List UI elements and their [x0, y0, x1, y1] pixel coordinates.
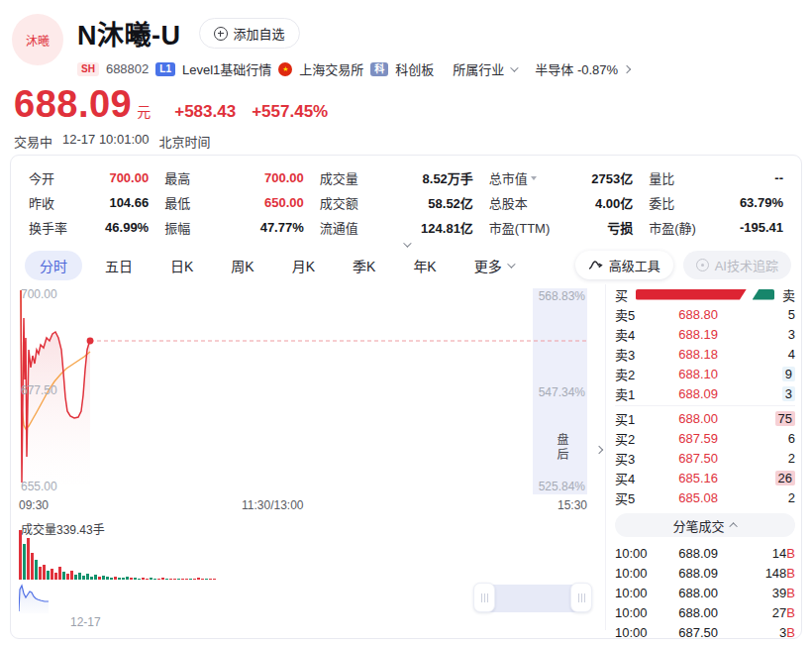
- trade-row: 10:00688.09148B: [615, 563, 795, 583]
- order-price: 687.50: [649, 451, 750, 466]
- order-row[interactable]: 卖5688.805: [615, 304, 795, 324]
- volume-bar: [114, 577, 117, 580]
- sell-ratio-bar: [753, 289, 774, 300]
- stat-cell: 市盈(静)-195.41: [649, 218, 783, 237]
- volume-bar: [150, 578, 152, 580]
- x-axis-label: 11:30/13:00: [242, 498, 304, 512]
- order-level-label: 卖4: [615, 325, 649, 344]
- order-row[interactable]: 买4685.1626: [615, 468, 795, 487]
- industry-link[interactable]: 半导体 -0.87%: [535, 59, 630, 78]
- order-row[interactable]: 卖2688.109: [615, 364, 795, 383]
- stat-cell: 量比--: [649, 168, 783, 187]
- stat-cell: 最低650.00: [164, 193, 304, 212]
- stat-value: 47.77%: [260, 220, 304, 235]
- order-row[interactable]: 买5685.082: [615, 487, 795, 507]
- industry-value: 半导体 -0.87%: [535, 59, 618, 78]
- pct-axis-label: 547.34%: [539, 385, 585, 399]
- order-row[interactable]: 买1688.0075: [615, 408, 795, 428]
- trade-time: 10:00: [615, 605, 664, 620]
- stock-detail-page: 沐曦 N沐曦-U 添加自选 SH 688802 L1 Level1基础行情 ★ …: [0, 0, 812, 646]
- order-book-panel: 买 卖 卖5688.805卖4688.193卖3688.184卖2688.109…: [615, 284, 795, 642]
- trade-volume: 148B: [748, 566, 795, 581]
- trade-side: B: [786, 566, 795, 581]
- order-price: 688.80: [649, 307, 750, 322]
- stat-label: 市盈(TTM): [489, 218, 550, 237]
- buy-sell-bar: [636, 289, 774, 300]
- stat-cell: 今开700.00: [29, 168, 149, 187]
- tab-五日[interactable]: 五日: [90, 251, 148, 280]
- buy-sell-ratio: 买 卖: [615, 284, 795, 304]
- navigator-right-handle[interactable]: [570, 583, 592, 612]
- stat-cell: 最高700.00: [164, 168, 304, 187]
- volume-bar: [189, 579, 192, 580]
- stat-value: --: [774, 170, 783, 185]
- stat-value: 4.00亿: [595, 193, 633, 212]
- stat-cell: 委比63.79%: [649, 193, 783, 212]
- order-level-label: 卖3: [615, 345, 649, 364]
- trade-volume-value: 27: [772, 605, 786, 620]
- stat-label: 委比: [649, 193, 674, 212]
- volume-bar: [78, 573, 81, 580]
- dropdown-triangle-icon[interactable]: [531, 176, 537, 180]
- order-price: 685.16: [649, 471, 750, 485]
- chevron-right-icon[interactable]: [595, 446, 603, 454]
- tab-分时[interactable]: 分时: [25, 251, 82, 280]
- navigator-left-handle[interactable]: [473, 583, 495, 612]
- price-change: +583.43: [174, 102, 236, 122]
- volume-bar: [19, 530, 22, 580]
- panel-divider: [605, 284, 606, 630]
- stat-label: 总股本: [489, 193, 528, 212]
- ai-tracking-button[interactable]: AI技术追踪: [683, 251, 791, 279]
- add-watchlist-button[interactable]: 添加自选: [199, 18, 300, 49]
- order-row[interactable]: 卖3688.184: [615, 344, 795, 364]
- y-axis-label: 655.00: [21, 480, 57, 493]
- ai-tracking-label: AI技术追踪: [715, 256, 778, 274]
- tick-trades-toggle[interactable]: 分笔成交: [615, 513, 795, 537]
- order-level-label: 买4: [615, 469, 649, 487]
- order-price: 688.18: [649, 347, 750, 362]
- order-level-label: 卖1: [615, 384, 649, 403]
- tab-日K[interactable]: 日K: [155, 251, 208, 280]
- volume-bar: [209, 579, 212, 580]
- divider: [615, 405, 795, 406]
- tab-月K[interactable]: 月K: [277, 251, 330, 280]
- order-row[interactable]: 卖1688.093: [615, 383, 795, 403]
- trade-volume-value: 148: [765, 566, 787, 581]
- tab-周K[interactable]: 周K: [216, 251, 268, 280]
- volume-bar: [173, 579, 176, 580]
- stat-value: 8.52万手: [423, 168, 473, 187]
- navigator-range[interactable]: [485, 585, 582, 612]
- order-volume-value: 6: [788, 431, 795, 446]
- volume-bar: [122, 578, 125, 580]
- order-row[interactable]: 买3687.502: [615, 448, 795, 468]
- order-row[interactable]: 买2687.596: [615, 428, 795, 448]
- volume-bar: [102, 576, 105, 580]
- tab-more-dropdown[interactable]: 更多: [459, 251, 528, 280]
- navigator-date-label: 12-17: [70, 615, 101, 629]
- board-label: 科创板: [395, 59, 434, 78]
- tab-季K[interactable]: 季K: [338, 251, 390, 280]
- volume-bar: [58, 567, 61, 580]
- order-price: 688.19: [649, 327, 750, 342]
- stat-cell: 市盈(TTM)亏损: [489, 218, 633, 237]
- tab-年K[interactable]: 年K: [398, 251, 451, 280]
- volume-bar: [185, 579, 188, 580]
- volume-bar: [110, 578, 113, 580]
- last-price-dot: [87, 338, 94, 345]
- volume-bar: [201, 579, 204, 580]
- chevron-down-icon: [510, 63, 518, 71]
- period-tab-bar: 分时五日日K周K月K季K年K更多: [25, 251, 528, 280]
- volume-bar: [134, 578, 137, 580]
- industry-dropdown[interactable]: 所属行业: [453, 59, 516, 78]
- price-change-pct: +557.45%: [252, 102, 328, 122]
- order-volume: 6: [750, 431, 795, 446]
- trade-side: B: [786, 586, 795, 600]
- current-price: 688.09: [14, 83, 132, 126]
- advanced-tools-button[interactable]: 高级工具: [575, 251, 673, 279]
- volume-bar: [94, 575, 97, 580]
- order-row[interactable]: 卖4688.193: [615, 324, 795, 344]
- intraday-chart[interactable]: 700.00 677.50 655.00 568.83% 547.34% 525…: [19, 286, 605, 516]
- navigator-sparkline: [19, 582, 88, 613]
- stat-cell: 换手率46.99%: [29, 218, 149, 237]
- order-level-label: 卖5: [615, 305, 649, 324]
